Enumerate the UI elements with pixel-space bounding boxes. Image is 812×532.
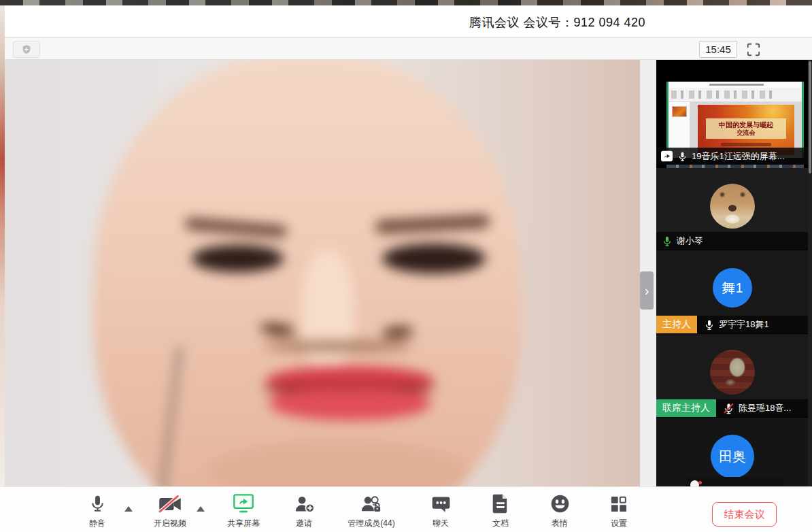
participants-sidebar: 中国的发展与崛起 交流会	[656, 60, 812, 486]
chevron-right-icon: ›	[645, 283, 649, 299]
mic-muted-icon	[690, 480, 699, 486]
background-desktop-sliver	[0, 5, 5, 486]
participant-label: 联席主持人 陈昱瑶18音...	[656, 399, 808, 417]
slide-title-line1: 中国的发展与崛起	[719, 121, 773, 129]
emoji-label: 表情	[552, 518, 568, 529]
invite-label: 邀请	[296, 518, 312, 529]
shared-screen-label: 19音乐1江远强的屏幕...	[656, 148, 808, 165]
speaker-face-video	[5, 60, 640, 486]
emoji-button[interactable]: 表情	[536, 492, 583, 532]
mic-icon	[704, 319, 715, 331]
chat-icon	[431, 495, 451, 514]
host-badge: 主持人	[656, 316, 697, 333]
party-emblem-icon	[702, 107, 713, 117]
share-screen-label: 共享屏幕	[227, 518, 260, 529]
avatar-initials: 田奥	[711, 435, 754, 478]
mic-options-caret[interactable]	[124, 506, 133, 512]
shared-screen-name: 19音乐1江远强的屏幕...	[692, 150, 785, 163]
settings-grid-icon	[609, 495, 628, 514]
docs-label: 文档	[492, 518, 509, 529]
mic-icon	[88, 493, 107, 514]
sidebar-collapse-handle[interactable]: ›	[640, 271, 654, 310]
end-meeting-button[interactable]: 结束会议	[712, 502, 777, 527]
screen-share-indicator-icon	[660, 150, 673, 162]
mute-button[interactable]: 静音	[77, 492, 118, 532]
sidebar-scrollbar[interactable]	[808, 60, 812, 486]
participant-name: 陈昱瑶18音...	[739, 402, 791, 414]
avatar-initials: 舞1	[713, 268, 752, 307]
document-icon	[492, 493, 509, 514]
shared-screen-tile[interactable]: 中国的发展与崛起 交流会	[656, 60, 808, 168]
settings-button[interactable]: 设置	[595, 492, 643, 532]
cohost-badge: 联席主持人	[656, 399, 716, 417]
mute-label: 静音	[89, 518, 105, 529]
security-shield-button[interactable]	[13, 41, 40, 58]
share-screen-icon	[233, 493, 254, 514]
avatar-tiger	[710, 184, 755, 229]
docs-button[interactable]: 文档	[477, 492, 524, 532]
mic-icon	[677, 151, 688, 162]
scrollbar-thumb[interactable]	[809, 61, 811, 173]
participant-tile[interactable]: 联席主持人 陈昱瑶18音...	[656, 334, 808, 417]
background-browser-tabs-strip	[0, 0, 812, 5]
start-video-label: 开启视频	[154, 518, 186, 529]
meeting-title: 腾讯会议 会议号：912 094 420	[469, 14, 645, 31]
participant-name: 谢小琴	[677, 235, 703, 247]
title-bar: 腾讯会议 会议号：912 094 420	[5, 5, 812, 37]
chat-label: 聊天	[433, 518, 449, 529]
shield-plus-icon	[21, 44, 32, 55]
fullscreen-button[interactable]	[744, 40, 763, 59]
members-lock-icon	[360, 495, 383, 514]
participant-tile[interactable]: 谢小琴	[656, 168, 808, 250]
settings-label: 设置	[611, 518, 627, 529]
mic-muted-icon	[723, 403, 734, 414]
participant-name: 罗宇宇18舞1	[719, 318, 769, 331]
tencent-meeting-window: 腾讯会议 会议号：912 094 420 15:45	[0, 0, 812, 532]
main-video-feed[interactable]	[5, 60, 640, 486]
start-video-button[interactable]: 开启视频	[139, 492, 201, 532]
mic-active-icon	[662, 235, 673, 247]
slide-title-line2: 交流会	[737, 129, 756, 137]
video-options-caret[interactable]	[197, 506, 205, 512]
invite-button[interactable]: 邀请	[280, 492, 328, 532]
participant-tile[interactable]: 舞1 主持人 罗宇宇18舞1	[656, 250, 808, 333]
participant-label: 谢小琴	[656, 232, 808, 250]
avatar-cartoon	[710, 350, 755, 395]
shared-powerpoint-window: 中国的发展与崛起 交流会	[666, 82, 804, 158]
bottom-toolbar: 静音 开启视频 共享屏幕	[0, 486, 812, 532]
invite-person-icon	[294, 495, 314, 514]
share-screen-button[interactable]: 共享屏幕	[218, 492, 269, 532]
chat-button[interactable]: 聊天	[417, 492, 464, 532]
status-bar: 15:45	[5, 37, 812, 60]
smiley-icon	[550, 494, 570, 514]
participant-tile[interactable]: 田奥	[656, 418, 808, 486]
camera-off-icon	[158, 495, 182, 514]
manage-members-button[interactable]: 管理成员(44)	[337, 492, 406, 532]
sidebar-gutter: ›	[640, 60, 656, 486]
meeting-timer: 15:45	[699, 41, 737, 58]
manage-members-label: 管理成员(44)	[348, 518, 394, 529]
participant-label: 主持人 罗宇宇18舞1	[656, 316, 808, 333]
fullscreen-icon	[746, 42, 761, 57]
